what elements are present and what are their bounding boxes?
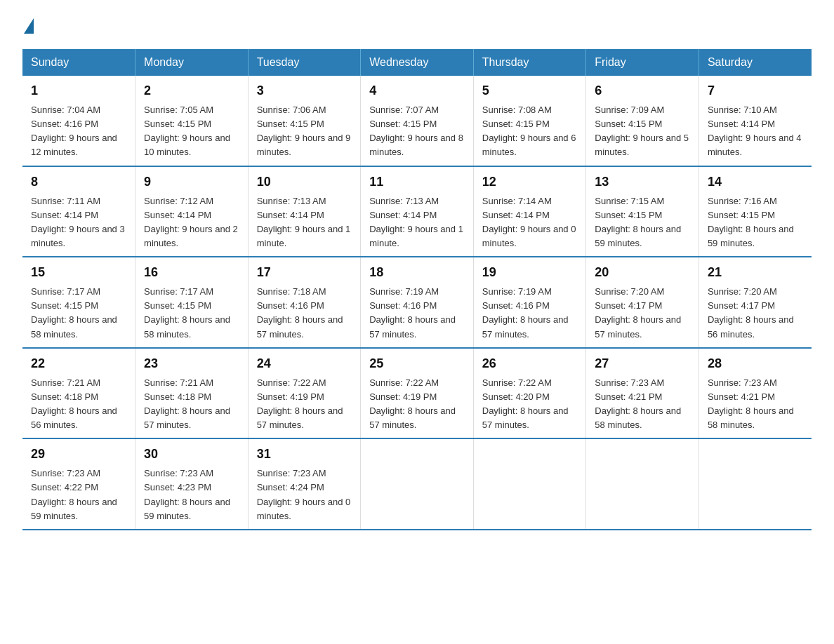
day-number: 7 — [708, 81, 803, 100]
day-number: 22 — [31, 354, 126, 373]
day-info: Sunrise: 7:22 AMSunset: 4:19 PMDaylight:… — [257, 376, 352, 433]
day-info: Sunrise: 7:23 AMSunset: 4:23 PMDaylight:… — [144, 467, 239, 523]
day-number: 20 — [595, 263, 690, 282]
day-info: Sunrise: 7:16 AMSunset: 4:15 PMDaylight:… — [708, 194, 803, 251]
day-header-tuesday: Tuesday — [248, 49, 361, 76]
day-number: 21 — [708, 263, 803, 282]
day-cell: 15Sunrise: 7:17 AMSunset: 4:15 PMDayligh… — [22, 257, 135, 348]
day-info: Sunrise: 7:07 AMSunset: 4:15 PMDaylight:… — [369, 103, 465, 160]
day-number: 27 — [595, 354, 690, 373]
day-number: 17 — [257, 263, 352, 282]
calendar-header-row: SundayMondayTuesdayWednesdayThursdayFrid… — [22, 49, 812, 76]
day-cell: 5Sunrise: 7:08 AMSunset: 4:15 PMDaylight… — [473, 76, 586, 166]
day-number: 30 — [144, 445, 239, 464]
day-info: Sunrise: 7:23 AMSunset: 4:24 PMDaylight:… — [257, 467, 352, 523]
day-cell — [361, 438, 474, 530]
day-cell: 26Sunrise: 7:22 AMSunset: 4:20 PMDayligh… — [473, 348, 586, 439]
day-header-friday: Friday — [586, 49, 699, 76]
day-number: 8 — [31, 173, 126, 192]
day-number: 24 — [257, 354, 352, 373]
day-number: 29 — [31, 445, 126, 464]
week-row-3: 15Sunrise: 7:17 AMSunset: 4:15 PMDayligh… — [22, 257, 812, 348]
day-info: Sunrise: 7:19 AMSunset: 4:16 PMDaylight:… — [369, 285, 465, 342]
day-number: 26 — [482, 354, 578, 373]
day-cell: 4Sunrise: 7:07 AMSunset: 4:15 PMDaylight… — [361, 76, 474, 166]
day-number: 19 — [482, 263, 578, 282]
day-header-saturday: Saturday — [699, 49, 812, 76]
day-cell: 18Sunrise: 7:19 AMSunset: 4:16 PMDayligh… — [361, 257, 474, 348]
day-cell: 9Sunrise: 7:12 AMSunset: 4:14 PMDaylight… — [135, 166, 249, 257]
day-cell: 17Sunrise: 7:18 AMSunset: 4:16 PMDayligh… — [248, 257, 361, 348]
week-row-5: 29Sunrise: 7:23 AMSunset: 4:22 PMDayligh… — [22, 438, 812, 530]
day-number: 23 — [144, 354, 239, 373]
week-row-4: 22Sunrise: 7:21 AMSunset: 4:18 PMDayligh… — [22, 348, 812, 439]
day-info: Sunrise: 7:17 AMSunset: 4:15 PMDaylight:… — [144, 285, 239, 342]
day-cell: 16Sunrise: 7:17 AMSunset: 4:15 PMDayligh… — [135, 257, 249, 348]
day-cell: 28Sunrise: 7:23 AMSunset: 4:21 PMDayligh… — [699, 348, 812, 439]
logo-triangle-icon — [24, 18, 34, 34]
day-header-monday: Monday — [135, 49, 249, 76]
day-info: Sunrise: 7:21 AMSunset: 4:18 PMDaylight:… — [31, 376, 126, 433]
day-info: Sunrise: 7:18 AMSunset: 4:16 PMDaylight:… — [257, 285, 352, 342]
day-header-sunday: Sunday — [22, 49, 135, 76]
day-info: Sunrise: 7:21 AMSunset: 4:18 PMDaylight:… — [144, 376, 239, 433]
day-info: Sunrise: 7:20 AMSunset: 4:17 PMDaylight:… — [708, 285, 803, 342]
day-cell: 11Sunrise: 7:13 AMSunset: 4:14 PMDayligh… — [361, 166, 474, 257]
day-info: Sunrise: 7:05 AMSunset: 4:15 PMDaylight:… — [144, 103, 239, 160]
day-info: Sunrise: 7:09 AMSunset: 4:15 PMDaylight:… — [595, 103, 690, 160]
day-number: 9 — [144, 173, 239, 192]
day-cell: 29Sunrise: 7:23 AMSunset: 4:22 PMDayligh… — [22, 438, 135, 530]
calendar-table: SundayMondayTuesdayWednesdayThursdayFrid… — [22, 49, 812, 530]
day-info: Sunrise: 7:20 AMSunset: 4:17 PMDaylight:… — [595, 285, 690, 342]
day-info: Sunrise: 7:22 AMSunset: 4:20 PMDaylight:… — [482, 376, 578, 433]
day-info: Sunrise: 7:08 AMSunset: 4:15 PMDaylight:… — [482, 103, 578, 160]
day-cell: 30Sunrise: 7:23 AMSunset: 4:23 PMDayligh… — [135, 438, 249, 530]
week-row-1: 1Sunrise: 7:04 AMSunset: 4:16 PMDaylight… — [22, 76, 812, 166]
day-cell: 10Sunrise: 7:13 AMSunset: 4:14 PMDayligh… — [248, 166, 361, 257]
day-info: Sunrise: 7:19 AMSunset: 4:16 PMDaylight:… — [482, 285, 578, 342]
day-number: 10 — [257, 173, 352, 192]
day-cell — [586, 438, 699, 530]
day-number: 16 — [144, 263, 239, 282]
day-number: 25 — [369, 354, 465, 373]
day-number: 1 — [31, 81, 126, 100]
day-number: 6 — [595, 81, 690, 100]
day-number: 28 — [708, 354, 803, 373]
day-info: Sunrise: 7:11 AMSunset: 4:14 PMDaylight:… — [31, 194, 126, 251]
day-cell: 12Sunrise: 7:14 AMSunset: 4:14 PMDayligh… — [473, 166, 586, 257]
day-info: Sunrise: 7:14 AMSunset: 4:14 PMDaylight:… — [482, 194, 578, 251]
week-row-2: 8Sunrise: 7:11 AMSunset: 4:14 PMDaylight… — [22, 166, 812, 257]
day-number: 2 — [144, 81, 239, 100]
day-cell: 23Sunrise: 7:21 AMSunset: 4:18 PMDayligh… — [135, 348, 249, 439]
day-number: 13 — [595, 173, 690, 192]
day-info: Sunrise: 7:13 AMSunset: 4:14 PMDaylight:… — [257, 194, 352, 251]
day-info: Sunrise: 7:15 AMSunset: 4:15 PMDaylight:… — [595, 194, 690, 251]
day-cell: 24Sunrise: 7:22 AMSunset: 4:19 PMDayligh… — [248, 348, 361, 439]
day-info: Sunrise: 7:17 AMSunset: 4:15 PMDaylight:… — [31, 285, 126, 342]
day-cell: 3Sunrise: 7:06 AMSunset: 4:15 PMDaylight… — [248, 76, 361, 166]
day-info: Sunrise: 7:04 AMSunset: 4:16 PMDaylight:… — [31, 103, 126, 160]
logo — [22, 17, 35, 32]
day-info: Sunrise: 7:23 AMSunset: 4:21 PMDaylight:… — [595, 376, 690, 433]
day-cell: 7Sunrise: 7:10 AMSunset: 4:14 PMDaylight… — [699, 76, 812, 166]
day-cell: 20Sunrise: 7:20 AMSunset: 4:17 PMDayligh… — [586, 257, 699, 348]
day-info: Sunrise: 7:13 AMSunset: 4:14 PMDaylight:… — [369, 194, 465, 251]
day-info: Sunrise: 7:06 AMSunset: 4:15 PMDaylight:… — [257, 103, 352, 160]
day-cell: 22Sunrise: 7:21 AMSunset: 4:18 PMDayligh… — [22, 348, 135, 439]
day-number: 12 — [482, 173, 578, 192]
day-info: Sunrise: 7:22 AMSunset: 4:19 PMDaylight:… — [369, 376, 465, 433]
day-number: 31 — [257, 445, 352, 464]
day-cell: 13Sunrise: 7:15 AMSunset: 4:15 PMDayligh… — [586, 166, 699, 257]
day-number: 18 — [369, 263, 465, 282]
day-header-wednesday: Wednesday — [361, 49, 474, 76]
day-number: 4 — [369, 81, 465, 100]
day-info: Sunrise: 7:23 AMSunset: 4:21 PMDaylight:… — [708, 376, 803, 433]
day-info: Sunrise: 7:10 AMSunset: 4:14 PMDaylight:… — [708, 103, 803, 160]
day-number: 15 — [31, 263, 126, 282]
day-cell: 1Sunrise: 7:04 AMSunset: 4:16 PMDaylight… — [22, 76, 135, 166]
day-info: Sunrise: 7:23 AMSunset: 4:22 PMDaylight:… — [31, 467, 126, 523]
day-cell: 14Sunrise: 7:16 AMSunset: 4:15 PMDayligh… — [699, 166, 812, 257]
day-cell: 21Sunrise: 7:20 AMSunset: 4:17 PMDayligh… — [699, 257, 812, 348]
day-cell — [473, 438, 586, 530]
day-header-thursday: Thursday — [473, 49, 586, 76]
